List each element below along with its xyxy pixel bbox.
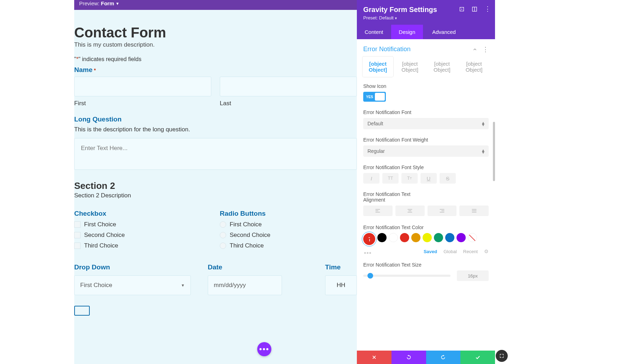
redo-button[interactable]	[426, 351, 461, 364]
font-select[interactable]: Default ▴▾	[363, 118, 489, 129]
color-swatch[interactable]	[389, 233, 398, 242]
sub-tab[interactable]: [object Object]	[363, 56, 393, 77]
eyedropper-icon	[366, 235, 373, 243]
radio-icon	[220, 232, 226, 238]
first-name-input[interactable]	[74, 77, 211, 96]
name-label: Name*	[74, 66, 357, 74]
color-swatch-active[interactable]	[363, 233, 375, 245]
required-note: "*" indicates required fields	[74, 56, 357, 62]
scrollbar[interactable]	[493, 122, 495, 181]
select-arrows-icon: ▴▾	[482, 149, 484, 153]
caret-down-icon: ▼	[116, 0, 119, 7]
date-input[interactable]: mm/dd/yyyy	[208, 275, 282, 295]
chevron-up-icon	[472, 47, 477, 52]
select-arrows-icon: ▴▾	[482, 121, 484, 126]
underline-button[interactable]: U	[420, 173, 437, 184]
italic-button[interactable]: I	[363, 173, 379, 184]
dropdown-label: Drop Down	[74, 263, 191, 271]
palette-recent[interactable]: Recent	[463, 249, 478, 254]
tab-design[interactable]: Design	[391, 25, 423, 39]
preset-selector[interactable]: Preset: Default▼	[363, 15, 489, 20]
preview-label: Preview:	[79, 0, 100, 7]
module-actions-fab[interactable]: •••	[257, 342, 271, 356]
submit-button[interactable]	[74, 306, 90, 316]
preview-bar[interactable]: Preview: Form ▼	[74, 0, 357, 10]
checkbox-choice[interactable]: Third Choice	[74, 242, 211, 249]
sub-tab[interactable]: [object Object]	[427, 56, 458, 77]
undo-button[interactable]	[391, 351, 426, 364]
more-colors-icon[interactable]: •••	[357, 250, 372, 257]
size-slider[interactable]	[363, 275, 450, 277]
tab-content[interactable]: Content	[357, 25, 391, 39]
color-swatch-none[interactable]	[468, 233, 477, 242]
radio-icon	[220, 243, 226, 249]
radio-icon	[220, 221, 226, 228]
radio-choice[interactable]: Third Choice	[220, 242, 357, 249]
checkbox-icon	[74, 232, 81, 238]
long-question-textarea[interactable]: Enter Text Here...	[74, 138, 357, 170]
color-swatch[interactable]	[400, 233, 409, 242]
color-swatch[interactable]	[423, 233, 432, 242]
long-question-desc: This is the description for the long que…	[74, 126, 357, 133]
radio-choice[interactable]: First Choice	[220, 221, 357, 228]
checkbox-choice[interactable]: First Choice	[74, 221, 211, 228]
time-label: Time	[325, 263, 357, 271]
align-center-button[interactable]	[395, 205, 425, 216]
tab-advanced[interactable]: Advanced	[423, 25, 465, 39]
align-right-button[interactable]	[428, 205, 457, 216]
section-2-desc: Section 2 Description	[74, 192, 357, 199]
font-label: Error Notification Font	[357, 107, 495, 118]
smallcaps-button[interactable]: TT	[401, 173, 418, 184]
last-sublabel: Last	[220, 100, 357, 107]
section-error-notification[interactable]: Error Notification ⋮	[357, 39, 495, 56]
align-left-button[interactable]	[363, 205, 393, 216]
show-icon-label: Show Icon	[357, 80, 495, 92]
radio-choice[interactable]: Second Choice	[220, 232, 357, 239]
style-label: Error Notification Font Style	[357, 162, 495, 173]
gear-icon[interactable]: ⚙	[484, 249, 489, 254]
color-swatch[interactable]	[434, 233, 443, 242]
save-button[interactable]	[460, 351, 495, 364]
checkbox-icon	[74, 221, 81, 228]
form-title: Contact Form	[74, 20, 357, 41]
color-swatch[interactable]	[457, 233, 466, 242]
checkbox-icon	[74, 243, 81, 249]
strikethrough-button[interactable]: S	[440, 173, 456, 184]
more-icon[interactable]: ⋮	[484, 6, 491, 12]
palette-global[interactable]: Global	[443, 249, 457, 254]
date-label: Date	[208, 263, 282, 271]
weight-select[interactable]: Regular ▴▾	[363, 145, 489, 157]
sub-tab[interactable]: [object Object]	[459, 56, 489, 77]
sub-tab[interactable]: [object Object]	[395, 56, 425, 77]
discard-button[interactable]	[357, 351, 391, 364]
color-swatch[interactable]	[377, 233, 387, 242]
section-2-title: Section 2	[74, 180, 357, 191]
section-more-icon[interactable]: ⋮	[482, 48, 489, 51]
chevron-down-icon: ▼	[181, 283, 185, 287]
show-icon-toggle[interactable]: YES	[363, 92, 386, 102]
palette-saved[interactable]: Saved	[424, 249, 437, 254]
expand-icon[interactable]	[459, 6, 465, 12]
size-input[interactable]: 16px	[457, 270, 489, 281]
checkbox-choice[interactable]: Second Choice	[74, 232, 211, 239]
last-name-input[interactable]	[220, 77, 357, 96]
first-sublabel: First	[74, 100, 211, 107]
color-swatch[interactable]	[445, 233, 454, 242]
resize-handle-fab[interactable]	[496, 350, 508, 362]
weight-label: Error Notification Font Weight	[357, 134, 495, 145]
align-label: Error Notification Text Alignment	[357, 189, 420, 205]
color-swatch[interactable]	[411, 233, 420, 242]
long-question-label: Long Question	[74, 115, 357, 123]
checkbox-label: Checkbox	[74, 210, 211, 217]
color-label: Error Notification Text Color	[357, 222, 495, 233]
size-label: Error Notification Text Size	[357, 259, 495, 270]
svg-point-1	[461, 9, 463, 10]
preview-mode: Form	[101, 0, 114, 7]
dropdown-select[interactable]: First Choice ▼	[74, 275, 191, 295]
time-hh-input[interactable]: HH	[325, 275, 357, 295]
layout-icon[interactable]	[472, 6, 477, 12]
align-justify-button[interactable]	[459, 205, 489, 216]
uppercase-button[interactable]: TT	[382, 173, 399, 184]
form-description: This is my custom description.	[74, 41, 357, 48]
radio-label: Radio Buttons	[220, 210, 357, 217]
